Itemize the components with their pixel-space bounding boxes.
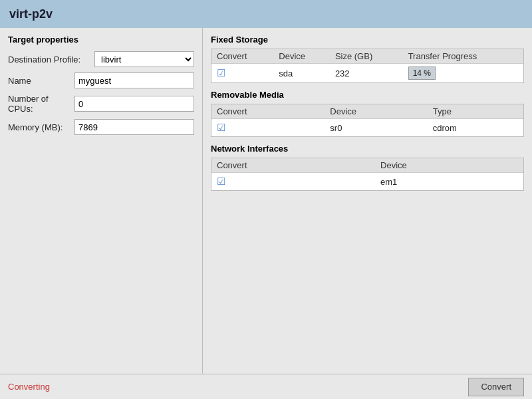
memory-row: Memory (MB): (8, 119, 194, 135)
fixed-storage-table-wrapper: Convert Device Size (GB) Transfer Progre… (211, 49, 524, 83)
right-sections: Fixed Storage Convert Device Size (GB) T… (211, 35, 524, 392)
network-interfaces-header-row: Convert Device (211, 158, 523, 173)
memory-label: Memory (MB): (8, 122, 74, 132)
app-title: virt-p2v (9, 7, 53, 21)
fs-convert-checkbox[interactable]: ☑ (217, 67, 225, 78)
name-input[interactable] (74, 72, 194, 88)
main-container: Target properties Destination Profile: l… (0, 28, 532, 399)
rm-convert-checkbox[interactable]: ☑ (217, 122, 225, 133)
name-label: Name (8, 76, 74, 86)
target-properties-title: Target properties (8, 35, 194, 45)
memory-input[interactable] (74, 119, 194, 135)
removable-media-table: Convert Device Type ☑ sr0 cd (211, 104, 523, 136)
left-panel: Target properties Destination Profile: l… (0, 28, 203, 399)
col-size-fs: Size (GB) (330, 49, 403, 64)
network-interfaces-table: Convert Device ☑ em1 (211, 158, 523, 190)
col-convert-rm: Convert (211, 104, 325, 119)
fixed-storage-title: Fixed Storage (211, 35, 524, 46)
ni-convert-checkbox[interactable]: ☑ (217, 176, 225, 187)
removable-media-header-row: Convert Device Type (211, 104, 523, 119)
col-progress-fs: Transfer Progress (403, 49, 523, 64)
title-bar: virt-p2v (0, 0, 532, 28)
rm-device-cell: sr0 (325, 119, 427, 137)
fs-size-cell: 232 (330, 64, 403, 83)
network-interfaces-title: Network Interfaces (211, 144, 524, 155)
bottom-bar: Converting Convert (0, 374, 532, 399)
fixed-storage-header-row: Convert Device Size (GB) Transfer Progre… (211, 49, 523, 64)
right-panel: Fixed Storage Convert Device Size (GB) T… (203, 28, 532, 399)
num-cpus-row: Number of CPUs: (8, 94, 194, 114)
col-device-ni: Device (375, 158, 523, 173)
progress-bar: 14 % (408, 66, 436, 80)
destination-profile-row: Destination Profile: libvirt (8, 51, 194, 67)
removable-media-title: Removable Media (211, 90, 524, 101)
table-row: ☑ sda 232 14 % (211, 64, 523, 83)
table-row: ☑ em1 (211, 173, 523, 191)
convert-button[interactable]: Convert (468, 378, 524, 396)
table-row: ☑ sr0 cdrom (211, 119, 523, 137)
fs-progress-cell: 14 % (403, 64, 523, 83)
ni-device-cell: em1 (375, 173, 523, 191)
num-cpus-label: Number of CPUs: (8, 94, 74, 114)
name-row: Name (8, 72, 194, 88)
fs-convert-cell: ☑ (211, 64, 273, 83)
col-device-fs: Device (273, 49, 330, 64)
destination-profile-label: Destination Profile: (8, 55, 94, 65)
rm-type-cell: cdrom (428, 119, 523, 137)
col-convert-fs: Convert (211, 49, 273, 64)
destination-profile-select[interactable]: libvirt (94, 51, 194, 67)
removable-media-table-wrapper: Convert Device Type ☑ sr0 cd (211, 104, 524, 137)
col-device-rm: Device (325, 104, 427, 119)
ni-convert-cell: ☑ (211, 173, 375, 191)
fs-device-cell: sda (273, 64, 330, 83)
col-type-rm: Type (428, 104, 523, 119)
col-convert-ni: Convert (211, 158, 375, 173)
converting-status: Converting (8, 382, 50, 392)
rm-convert-cell: ☑ (211, 119, 325, 137)
network-interfaces-section: Network Interfaces Convert Device (211, 144, 524, 191)
network-interfaces-table-wrapper: Convert Device ☑ em1 (211, 158, 524, 191)
fixed-storage-section: Fixed Storage Convert Device Size (GB) T… (211, 35, 524, 83)
removable-media-section: Removable Media Convert Device Type (211, 90, 524, 137)
num-cpus-input[interactable] (74, 96, 194, 112)
fixed-storage-table: Convert Device Size (GB) Transfer Progre… (211, 49, 523, 82)
